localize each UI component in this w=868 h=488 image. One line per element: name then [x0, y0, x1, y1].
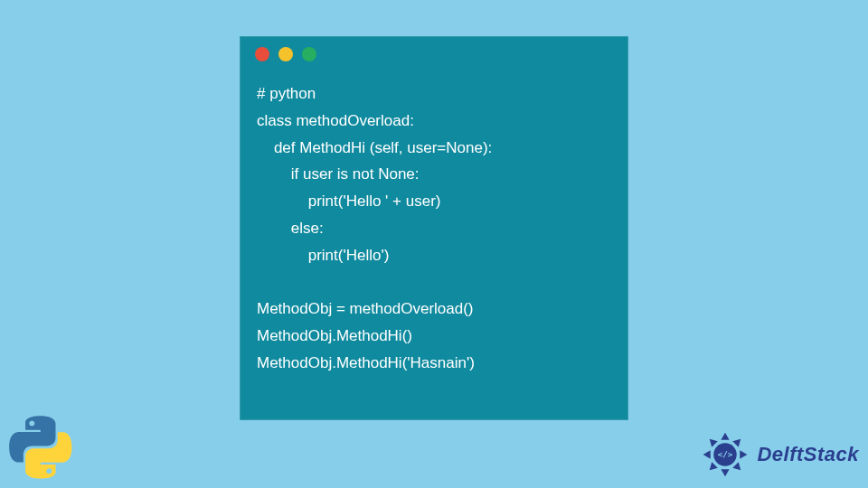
- maximize-icon[interactable]: [302, 47, 316, 61]
- delftstack-logo: </> DelftStack: [699, 428, 859, 481]
- code-window: # python class methodOverload: def Metho…: [240, 36, 628, 420]
- code-line: else:: [257, 220, 324, 237]
- delftstack-text: DelftStack: [757, 443, 859, 466]
- close-icon[interactable]: [255, 47, 269, 61]
- window-header: [241, 37, 627, 71]
- python-logo-icon: [7, 414, 74, 481]
- svg-marker-0: [722, 433, 730, 440]
- code-body: # python class methodOverload: def Metho…: [241, 71, 627, 392]
- code-line: MethodObj.MethodHi(): [257, 327, 412, 344]
- minimize-icon[interactable]: [278, 47, 293, 61]
- svg-marker-2: [741, 450, 748, 458]
- code-line: if user is not None:: [257, 165, 420, 183]
- code-line: def MethodHi (self, user=None):: [257, 139, 492, 156]
- code-line: class methodOverload:: [257, 112, 414, 129]
- code-line: print('Hello'): [257, 247, 389, 264]
- svg-marker-4: [722, 469, 730, 476]
- svg-marker-3: [733, 462, 744, 473]
- svg-marker-5: [707, 462, 718, 473]
- svg-marker-1: [733, 436, 744, 446]
- svg-marker-6: [703, 450, 711, 458]
- code-line: MethodObj = methodOverload(): [257, 300, 474, 317]
- code-line: print('Hello ' + user): [257, 192, 440, 210]
- svg-marker-7: [707, 436, 718, 446]
- delftstack-icon: </>: [699, 428, 751, 481]
- code-line: MethodObj.MethodHi('Hasnain'): [257, 354, 475, 371]
- code-line: # python: [257, 85, 316, 102]
- svg-text:</>: </>: [718, 449, 733, 459]
